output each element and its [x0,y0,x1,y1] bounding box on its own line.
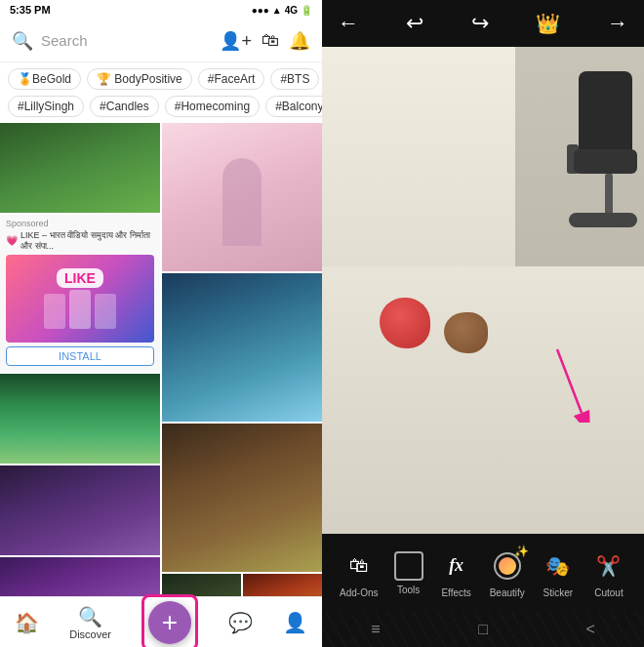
right-top-nav: ← ↩ ↪ 👑 → [322,0,644,47]
tag-candles[interactable]: #Candles [90,96,159,117]
effects-icon: fx [439,548,474,584]
tag-homecoming[interactable]: #Homecoming [165,96,260,117]
tool-cutout[interactable]: ✂️ Cutout [591,548,626,598]
chair-seat [574,149,637,174]
right-bottom-nav: ≡ □ < [322,612,644,647]
addons-icon: 🛍 [342,548,377,584]
room-scene [322,47,644,534]
right-panel: ← ↩ ↪ 👑 → [322,0,644,647]
sticker-label: Sticker [543,587,574,598]
floor [322,266,644,534]
redo-button[interactable]: ↪ [471,11,489,36]
effects-label: Effects [441,587,470,598]
profile-icon: 👤 [283,611,307,634]
nav-discover[interactable]: 🔍 Discover [69,605,111,640]
bottom-toolbar: 🛍 Add-Ons Tools fx Effects ✨ Beautify 🎭 … [322,534,644,612]
tag-begold[interactable]: 🏅BeGold [8,68,81,90]
ad-label: Sponsored [6,219,154,228]
undo-button[interactable]: ↩ [406,11,423,36]
ad-title: 💗 LIKE – भारत वीडियो समुदाय और निर्माता … [6,230,154,252]
chair-back [579,71,632,159]
tool-effects[interactable]: fx Effects [439,548,474,598]
next-button[interactable]: → [607,11,628,36]
bottom-nav: 🏠 🔍 Discover + 💬 👤 [0,596,322,647]
image-food[interactable] [162,424,322,572]
sticker-icon: 🎭 [541,548,576,584]
image-girl[interactable] [162,123,322,271]
tag-balcony[interactable]: #Balcony [265,96,322,117]
beautify-icon: ✨ [490,548,525,584]
image-woman[interactable] [0,465,160,555]
search-input[interactable]: Search [41,32,212,49]
ad-image[interactable]: LIKE [6,255,154,343]
notification-icon[interactable]: 🔔 [289,30,310,52]
search-icon: 🔍 [12,30,33,52]
time: 5:35 PM [10,4,51,16]
tools-icon [394,551,423,581]
nav-messages[interactable]: 💬 [228,611,253,634]
tag-bts[interactable]: #BTS [270,68,319,90]
tag-bodypositive[interactable]: 🏆 BodyPositive [87,68,192,90]
home-icon: 🏠 [15,611,39,634]
tools-label: Tools [397,585,420,595]
left-panel: 5:35 PM ●●● ▲ 4G 🔋 🔍 Search 👤+ 🛍 🔔 🏅BeGo… [0,0,322,647]
status-bar: 5:35 PM ●●● ▲ 4G 🔋 [0,0,322,20]
battery-icon: 🔋 [301,5,312,16]
tool-sticker[interactable]: 🎭 Sticker [541,548,576,598]
office-chair [559,71,637,227]
discover-icon: 🔍 [78,605,102,628]
image-green[interactable] [0,123,160,213]
ad-card: Sponsored 💗 LIKE – भारत वीडियो समुदाय और… [0,215,160,373]
bag-icon[interactable]: 🛍 [262,30,279,51]
heart-icon: 💗 [6,235,18,246]
header: 🔍 Search 👤+ 🛍 🔔 [0,20,322,62]
tags-row-1: 🏅BeGold 🏆 BodyPositive #FaceArt #BTS #..… [0,62,322,96]
status-icons: ●●● ▲ 4G 🔋 [252,5,312,16]
nav-plus[interactable]: + [141,594,198,648]
back-button[interactable]: ← [338,11,359,36]
left-column: Sponsored 💗 LIKE – भारत वीडियो समुदाय और… [0,123,160,647]
grid-content: Sponsored 💗 LIKE – भारत वीडियो समुदाय और… [0,123,322,647]
tool-addons[interactable]: 🛍 Add-Ons [340,548,378,598]
crown-icon: 👑 [536,12,560,35]
beautify-label: Beautify [490,587,525,598]
nav-profile[interactable]: 👤 [283,611,307,634]
nav-home[interactable]: 🏠 [15,611,39,634]
addons-label: Add-Ons [340,587,378,598]
plus-button[interactable]: + [148,601,191,644]
camera-view [322,47,644,534]
cutout-label: Cutout [594,587,623,598]
bean-bag-brown [444,312,488,353]
image-mountains[interactable] [162,273,322,422]
discover-label: Discover [69,628,111,640]
tag-faceart[interactable]: #FaceArt [198,68,265,90]
bean-bag-red [380,298,430,348]
tags-row-2: #LillySingh #Candles #Homecoming #Balcon… [0,96,322,123]
right-column [162,123,322,647]
ad-title-text: LIKE – भारत वीडियो समुदाय और निर्माता और… [20,230,154,252]
add-person-icon[interactable]: 👤+ [220,30,252,52]
signal-icon: ●●● [252,5,269,16]
tag-lillysingh[interactable]: #LillySingh [8,96,84,117]
cutout-icon: ✂️ [591,548,626,584]
header-icons: 👤+ 🛍 🔔 [220,30,310,52]
plus-icon: + [162,607,178,638]
install-button[interactable]: INSTALL [6,346,154,366]
chair-wheel [569,213,637,227]
messages-icon: 💬 [228,611,253,634]
image-forest[interactable] [0,374,160,464]
tool-beautify[interactable]: ✨ Beautify [490,548,525,598]
wifi-icon: ▲ [272,5,282,16]
tool-tools[interactable]: Tools [394,551,423,595]
plus-border: + [141,594,198,648]
network-icon: 4G [285,5,298,16]
